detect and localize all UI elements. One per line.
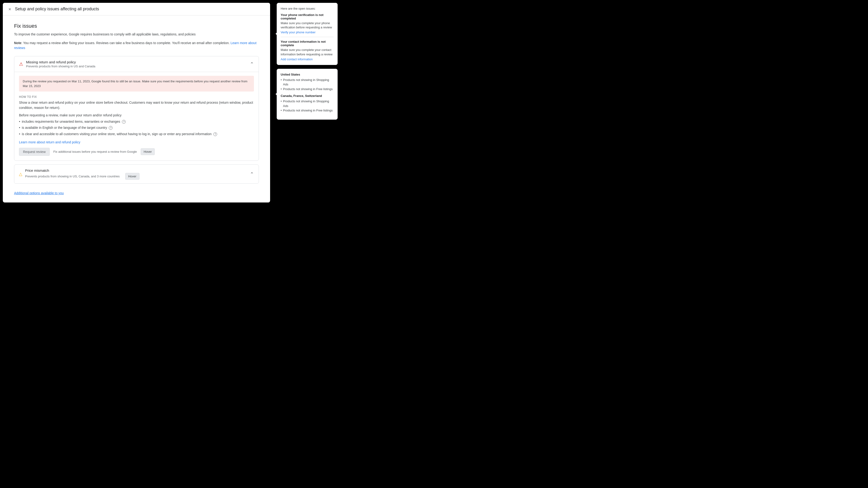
tooltip-issue-1-desc: Make sure you complete your phone verifi… (281, 21, 334, 30)
country-list-item: Products not showing in Shopping Ads (281, 78, 334, 87)
note-content: : You may request a review after fixing … (21, 41, 229, 45)
country-list-item: Products not showing in Free listings (281, 108, 334, 113)
how-to-fix-label: How to fix (19, 95, 254, 98)
additional-options-link[interactable]: Additional options available to you (14, 191, 64, 195)
info-icon[interactable]: ? (122, 120, 126, 124)
tooltip-countries: United States Products not showing in Sh… (277, 69, 338, 120)
tooltip-issue-2-desc: Make sure you complete your contact info… (281, 48, 334, 56)
checklist-item: includes requirements for unwanted items… (19, 119, 254, 124)
tooltip-issue-2-title: Your contact information is not complete (281, 40, 334, 47)
country-title-1: United States (281, 73, 334, 76)
warning-icon: △ (19, 172, 22, 177)
issue-header-left: ⚠ Missing return and refund policy Preve… (19, 60, 95, 68)
issue-title-price-mismatch: Price mismatch (25, 168, 140, 172)
country-list-2: Products not showing in Shopping Ads Pro… (281, 99, 334, 113)
country-list-item: Products not showing in Free listings (281, 87, 334, 91)
issue-card-body-missing-return: During the review you requested on Mar 1… (14, 72, 259, 161)
checklist-title: Before requesting a review, make sure yo… (19, 113, 254, 117)
issue-info: Missing return and refund policy Prevent… (26, 60, 95, 68)
verify-phone-link[interactable]: Verify your phone number (281, 30, 316, 34)
learn-return-policy-link[interactable]: Learn more about return and refund polic… (19, 140, 81, 144)
action-note: Fix additional issues before you request… (54, 150, 137, 153)
issue-card-missing-return: ⚠ Missing return and refund policy Preve… (14, 56, 259, 161)
issue-subtitle-price-mismatch: Prevents products from showing in US, Ca… (25, 173, 140, 180)
modal: × Setup and policy issues affecting all … (3, 3, 270, 202)
fix-issues-title: Fix issues (14, 23, 259, 29)
info-icon[interactable]: ? (109, 126, 113, 130)
fix-description: Show a clear return and refund policy on… (19, 100, 254, 111)
chevron-up-icon-2[interactable]: ⌃ (250, 171, 254, 177)
issue-card-header-missing-return[interactable]: ⚠ Missing return and refund policy Preve… (14, 56, 259, 72)
tooltip-open-issues: Here are the open issues: Your phone ver… (277, 3, 338, 65)
hover-badge-2: Hover (125, 173, 140, 180)
modal-title: Setup and policy issues affecting all pr… (15, 6, 99, 11)
checklist-item: is available in English or the language … (19, 125, 254, 130)
country-title-2: Canada, France, Switzerland (281, 94, 334, 97)
note-bold: Note (14, 41, 21, 45)
hover-badge-1: Hover (141, 148, 155, 155)
issue-card-header-price-mismatch[interactable]: △ Price mismatch Prevents products from … (14, 165, 259, 183)
right-panels: Here are the open issues: Your phone ver… (277, 3, 338, 120)
action-row: Request review Fix additional issues bef… (19, 148, 254, 156)
checklist-item: is clear and accessible to all customers… (19, 132, 254, 137)
country-list-item: Products not showing in Shopping Ads (281, 99, 334, 108)
country-region-2: Canada, France, Switzerland Products not… (281, 94, 334, 113)
issue-header-left-2: △ Price mismatch Prevents products from … (19, 168, 140, 180)
checklist: includes requirements for unwanted items… (19, 119, 254, 137)
fix-issues-description: To improve the customer experience, Goog… (14, 32, 259, 37)
issue-info-2: Price mismatch Prevents products from sh… (25, 168, 140, 180)
country-region-1: United States Products not showing in Sh… (281, 73, 334, 91)
error-icon: ⚠ (19, 61, 23, 67)
issue-subtitle-missing-return: Prevents products from showing in US and… (26, 64, 95, 68)
tooltip-issue-2: Your contact information is not complete… (281, 40, 334, 61)
tooltip-separator (281, 37, 334, 37)
country-list-1: Products not showing in Shopping Ads Pro… (281, 78, 334, 91)
info-icon[interactable]: ? (213, 132, 217, 136)
tooltip-issue-1-title: Your phone verification is not completed (281, 13, 334, 20)
close-icon[interactable]: × (8, 7, 11, 11)
issue-title-missing-return: Missing return and refund policy (26, 60, 95, 64)
tooltip-issue-1: Your phone verification is not completed… (281, 13, 334, 34)
alert-box: During the review you requested on Mar 1… (19, 76, 254, 91)
tooltip-open-issues-header: Here are the open issues: (281, 7, 334, 10)
chevron-up-icon[interactable]: ⌃ (250, 61, 254, 67)
note-text: Note: You may request a review after fix… (14, 40, 259, 51)
add-contact-link[interactable]: Add contact information (281, 57, 313, 61)
request-review-button[interactable]: Request review (19, 148, 50, 156)
modal-body: Fix issues To improve the customer exper… (3, 16, 270, 202)
issue-card-price-mismatch: △ Price mismatch Prevents products from … (14, 165, 259, 184)
modal-header: × Setup and policy issues affecting all … (3, 3, 270, 16)
